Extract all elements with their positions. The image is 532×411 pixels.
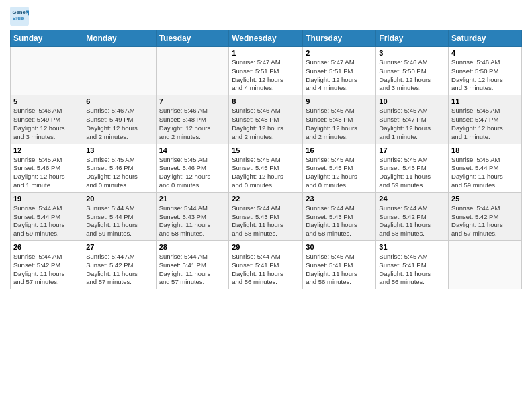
calendar-cell: 13Sunrise: 5:45 AM Sunset: 5:46 PM Dayli…: [83, 144, 156, 192]
day-number: 16: [306, 146, 373, 154]
day-number: 10: [379, 97, 445, 105]
day-info: Sunrise: 5:45 AM Sunset: 5:45 PM Dayligh…: [306, 156, 373, 190]
calendar-cell: 27Sunrise: 5:44 AM Sunset: 5:42 PM Dayli…: [83, 241, 156, 289]
day-info: Sunrise: 5:45 AM Sunset: 5:46 PM Dayligh…: [86, 156, 152, 190]
day-number: 6: [86, 97, 152, 105]
day-number: 22: [232, 195, 300, 203]
calendar-cell: 15Sunrise: 5:45 AM Sunset: 5:45 PM Dayli…: [229, 144, 303, 192]
calendar-cell: 14Sunrise: 5:45 AM Sunset: 5:46 PM Dayli…: [156, 144, 229, 192]
day-number: 13: [86, 146, 152, 154]
week-row-0: 1Sunrise: 5:47 AM Sunset: 5:51 PM Daylig…: [11, 47, 522, 95]
day-number: 3: [379, 49, 445, 57]
day-info: Sunrise: 5:44 AM Sunset: 5:41 PM Dayligh…: [232, 253, 300, 287]
calendar-cell: 26Sunrise: 5:44 AM Sunset: 5:42 PM Dayli…: [11, 241, 83, 289]
day-info: Sunrise: 5:45 AM Sunset: 5:46 PM Dayligh…: [159, 156, 226, 190]
day-info: Sunrise: 5:44 AM Sunset: 5:41 PM Dayligh…: [159, 253, 226, 287]
day-info: Sunrise: 5:46 AM Sunset: 5:49 PM Dayligh…: [13, 107, 80, 141]
day-number: 15: [232, 146, 300, 154]
day-number: 19: [13, 195, 80, 203]
calendar-cell: 31Sunrise: 5:45 AM Sunset: 5:41 PM Dayli…: [376, 241, 449, 289]
calendar-cell: 20Sunrise: 5:44 AM Sunset: 5:44 PM Dayli…: [83, 192, 156, 240]
header-tuesday: Tuesday: [156, 30, 229, 47]
day-number: 4: [451, 49, 519, 57]
calendar-header-row: SundayMondayTuesdayWednesdayThursdayFrid…: [11, 30, 522, 47]
calendar-cell: 30Sunrise: 5:45 AM Sunset: 5:41 PM Dayli…: [303, 241, 376, 289]
week-row-2: 12Sunrise: 5:45 AM Sunset: 5:46 PM Dayli…: [11, 144, 522, 192]
day-number: 17: [379, 146, 445, 154]
calendar-cell: 4Sunrise: 5:46 AM Sunset: 5:50 PM Daylig…: [449, 47, 522, 95]
day-info: Sunrise: 5:47 AM Sunset: 5:51 PM Dayligh…: [232, 58, 300, 93]
day-info: Sunrise: 5:47 AM Sunset: 5:51 PM Dayligh…: [306, 58, 373, 93]
day-number: 5: [13, 97, 80, 105]
day-number: 24: [379, 195, 445, 203]
day-info: Sunrise: 5:45 AM Sunset: 5:45 PM Dayligh…: [379, 156, 445, 190]
day-number: 29: [232, 243, 300, 251]
svg-text:Blue: Blue: [13, 15, 24, 21]
calendar-cell: 10Sunrise: 5:45 AM Sunset: 5:47 PM Dayli…: [376, 95, 449, 144]
logo-icon: General Blue: [10, 7, 29, 26]
calendar-cell: [83, 47, 156, 95]
calendar-cell: 22Sunrise: 5:44 AM Sunset: 5:43 PM Dayli…: [229, 192, 303, 240]
day-info: Sunrise: 5:45 AM Sunset: 5:48 PM Dayligh…: [306, 107, 373, 141]
calendar-cell: [156, 47, 229, 95]
day-number: 7: [159, 97, 226, 105]
day-info: Sunrise: 5:44 AM Sunset: 5:44 PM Dayligh…: [13, 204, 80, 238]
page: General Blue SundayMondayTuesdayWednesda…: [0, 0, 532, 296]
logo: General Blue: [10, 7, 32, 26]
calendar-cell: 1Sunrise: 5:47 AM Sunset: 5:51 PM Daylig…: [229, 47, 303, 95]
day-info: Sunrise: 5:45 AM Sunset: 5:46 PM Dayligh…: [13, 156, 80, 190]
header-thursday: Thursday: [303, 30, 376, 47]
calendar-cell: [11, 47, 83, 95]
calendar-cell: 19Sunrise: 5:44 AM Sunset: 5:44 PM Dayli…: [11, 192, 83, 240]
day-info: Sunrise: 5:44 AM Sunset: 5:42 PM Dayligh…: [451, 204, 519, 238]
day-info: Sunrise: 5:46 AM Sunset: 5:48 PM Dayligh…: [159, 107, 226, 141]
day-info: Sunrise: 5:44 AM Sunset: 5:42 PM Dayligh…: [13, 253, 80, 287]
calendar-cell: 6Sunrise: 5:46 AM Sunset: 5:49 PM Daylig…: [83, 95, 156, 144]
day-number: 9: [306, 97, 373, 105]
day-info: Sunrise: 5:45 AM Sunset: 5:45 PM Dayligh…: [232, 156, 300, 190]
day-info: Sunrise: 5:44 AM Sunset: 5:44 PM Dayligh…: [86, 204, 152, 238]
calendar-cell: 21Sunrise: 5:44 AM Sunset: 5:43 PM Dayli…: [156, 192, 229, 240]
calendar-cell: 24Sunrise: 5:44 AM Sunset: 5:42 PM Dayli…: [376, 192, 449, 240]
calendar-cell: 8Sunrise: 5:46 AM Sunset: 5:48 PM Daylig…: [229, 95, 303, 144]
day-info: Sunrise: 5:46 AM Sunset: 5:50 PM Dayligh…: [379, 58, 445, 93]
day-info: Sunrise: 5:45 AM Sunset: 5:47 PM Dayligh…: [451, 107, 519, 141]
day-info: Sunrise: 5:44 AM Sunset: 5:42 PM Dayligh…: [379, 204, 445, 238]
day-number: 14: [159, 146, 226, 154]
week-row-4: 26Sunrise: 5:44 AM Sunset: 5:42 PM Dayli…: [11, 241, 522, 289]
day-number: 23: [306, 195, 373, 203]
day-number: 12: [13, 146, 80, 154]
calendar-cell: 28Sunrise: 5:44 AM Sunset: 5:41 PM Dayli…: [156, 241, 229, 289]
calendar-cell: 9Sunrise: 5:45 AM Sunset: 5:48 PM Daylig…: [303, 95, 376, 144]
day-number: 27: [86, 243, 152, 251]
day-info: Sunrise: 5:45 AM Sunset: 5:44 PM Dayligh…: [451, 156, 519, 190]
calendar-cell: 17Sunrise: 5:45 AM Sunset: 5:45 PM Dayli…: [376, 144, 449, 192]
day-number: 30: [306, 243, 373, 251]
calendar-table: SundayMondayTuesdayWednesdayThursdayFrid…: [10, 30, 522, 289]
calendar-cell: 12Sunrise: 5:45 AM Sunset: 5:46 PM Dayli…: [11, 144, 83, 192]
header-sunday: Sunday: [11, 30, 83, 47]
calendar-cell: 23Sunrise: 5:44 AM Sunset: 5:43 PM Dayli…: [303, 192, 376, 240]
week-row-1: 5Sunrise: 5:46 AM Sunset: 5:49 PM Daylig…: [11, 95, 522, 144]
day-number: 18: [451, 146, 519, 154]
calendar-cell: 5Sunrise: 5:46 AM Sunset: 5:49 PM Daylig…: [11, 95, 83, 144]
day-number: 11: [451, 97, 519, 105]
header-wednesday: Wednesday: [229, 30, 303, 47]
calendar-cell: 7Sunrise: 5:46 AM Sunset: 5:48 PM Daylig…: [156, 95, 229, 144]
day-info: Sunrise: 5:46 AM Sunset: 5:49 PM Dayligh…: [86, 107, 152, 141]
day-number: 1: [232, 49, 300, 57]
calendar-cell: 11Sunrise: 5:45 AM Sunset: 5:47 PM Dayli…: [449, 95, 522, 144]
calendar-cell: 2Sunrise: 5:47 AM Sunset: 5:51 PM Daylig…: [303, 47, 376, 95]
header-saturday: Saturday: [449, 30, 522, 47]
day-info: Sunrise: 5:45 AM Sunset: 5:47 PM Dayligh…: [379, 107, 445, 141]
calendar-cell: 3Sunrise: 5:46 AM Sunset: 5:50 PM Daylig…: [376, 47, 449, 95]
day-number: 2: [306, 49, 373, 57]
calendar-cell: 25Sunrise: 5:44 AM Sunset: 5:42 PM Dayli…: [449, 192, 522, 240]
day-info: Sunrise: 5:44 AM Sunset: 5:43 PM Dayligh…: [159, 204, 226, 238]
calendar-cell: 16Sunrise: 5:45 AM Sunset: 5:45 PM Dayli…: [303, 144, 376, 192]
week-row-3: 19Sunrise: 5:44 AM Sunset: 5:44 PM Dayli…: [11, 192, 522, 240]
day-number: 21: [159, 195, 226, 203]
day-info: Sunrise: 5:45 AM Sunset: 5:41 PM Dayligh…: [306, 253, 373, 287]
day-number: 31: [379, 243, 445, 251]
day-number: 25: [451, 195, 519, 203]
